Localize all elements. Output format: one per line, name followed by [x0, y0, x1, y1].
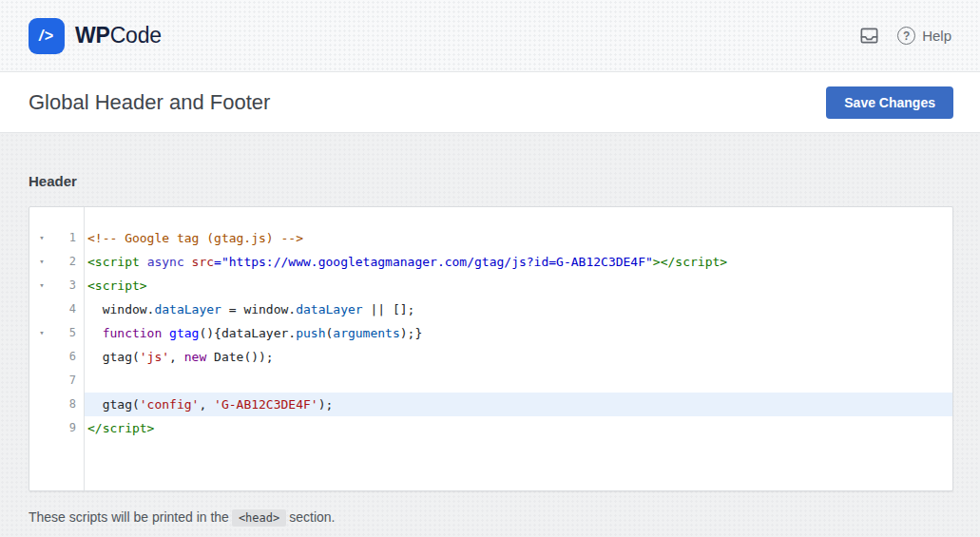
code-token: arguments — [333, 326, 399, 340]
fold-arrow-icon — [29, 393, 54, 416]
code-line-content[interactable]: <script async src="https://www.googletag… — [84, 250, 952, 274]
line-number: 6 — [54, 345, 84, 369]
code-token: gtag( — [87, 397, 140, 412]
code-token: );} — [400, 326, 422, 340]
code-token: Date()); — [206, 350, 273, 364]
code-token: async — [147, 255, 184, 269]
code-line-content[interactable]: window.dataLayer = window.dataLayer || [… — [84, 297, 952, 321]
fold-arrow-icon — [29, 345, 54, 369]
wpcode-logo: /> WPCode — [29, 18, 162, 54]
code-line: ▾1<!-- Google tag (gtag.js) --> — [29, 226, 952, 250]
code-line-content[interactable]: <!-- Google tag (gtag.js) --> — [84, 226, 952, 250]
fold-arrow-icon[interactable]: ▾ — [29, 321, 54, 345]
line-number: 7 — [54, 369, 84, 393]
line-number: 1 — [54, 226, 84, 250]
code-token: function — [103, 326, 163, 340]
code-line-content[interactable]: </script> — [84, 416, 952, 440]
code-line: ▾5 function gtag(){dataLayer.push(argume… — [29, 321, 952, 345]
code-line-content[interactable]: function gtag(){dataLayer.push(arguments… — [84, 321, 952, 345]
help-button[interactable]: ? Help — [897, 27, 951, 45]
gutter-separator — [84, 207, 85, 490]
brand-code: Code — [110, 23, 162, 48]
code-token: new — [184, 350, 206, 364]
code-token: <script> — [87, 278, 147, 293]
code-token: <script — [87, 255, 140, 269]
footer-note-prefix: These scripts will be printed in the — [29, 509, 229, 525]
fold-arrow-icon — [29, 416, 54, 440]
code-line: 7 — [29, 369, 952, 393]
line-number: 9 — [54, 416, 84, 440]
top-bar: /> WPCode ? Help — [0, 0, 980, 72]
code-token: , — [199, 397, 214, 412]
inbox-icon[interactable] — [858, 25, 880, 47]
wpcode-logo-icon: /> — [29, 18, 65, 54]
code-token: = window. — [221, 302, 296, 316]
code-line: 8 gtag('config', 'G-AB12C3DE4F'); — [29, 393, 952, 416]
code-token — [184, 255, 192, 269]
code-token: , — [169, 350, 184, 364]
fold-arrow-icon[interactable]: ▾ — [29, 274, 54, 297]
code-token: ); — [318, 397, 334, 412]
fold-arrow-icon[interactable]: ▾ — [29, 250, 54, 274]
code-token: </script> — [87, 421, 154, 435]
fold-arrow-icon — [29, 369, 54, 393]
wpcode-logo-text: WPCode — [75, 23, 162, 48]
code-line-content[interactable]: <script> — [84, 274, 952, 297]
line-number: 8 — [54, 393, 84, 416]
code-token — [87, 326, 103, 340]
header-code-editor[interactable]: ▾1<!-- Google tag (gtag.js) -->▾2<script… — [29, 206, 953, 491]
code-token: 'G-AB12C3DE4F' — [214, 397, 318, 412]
code-token: ="https://www.googletagmanager.com/gtag/… — [214, 255, 653, 269]
code-token: || []; — [363, 302, 415, 316]
code-slash-icon: /> — [39, 28, 54, 45]
fold-arrow-icon[interactable]: ▾ — [29, 226, 54, 250]
code-line-content[interactable] — [84, 369, 952, 393]
code-lines: ▾1<!-- Google tag (gtag.js) -->▾2<script… — [29, 207, 952, 440]
code-token: src — [192, 255, 214, 269]
code-token: <!-- Google tag (gtag.js) --> — [87, 231, 303, 245]
code-line: 9</script> — [29, 416, 952, 440]
line-number: 3 — [54, 274, 84, 297]
footer-note: These scripts will be printed in the<hea… — [29, 509, 953, 527]
code-line-content[interactable]: gtag('config', 'G-AB12C3DE4F'); — [84, 393, 952, 416]
code-token: dataLayer — [296, 302, 362, 316]
code-token: dataLayer — [154, 302, 221, 316]
line-number: 4 — [54, 297, 84, 321]
question-mark-icon: ? — [897, 27, 915, 45]
code-token: ></script> — [653, 255, 727, 269]
code-token: 'js' — [140, 350, 169, 364]
code-token — [140, 255, 147, 269]
code-line: ▾2<script async src="https://www.googlet… — [29, 250, 952, 274]
page-header: Global Header and Footer Save Changes — [0, 72, 980, 133]
footer-note-suffix: section. — [289, 509, 335, 525]
help-label: Help — [922, 28, 951, 44]
code-line-content[interactable]: gtag('js', new Date()); — [84, 345, 952, 369]
main-content: Header ▾1<!-- Google tag (gtag.js) -->▾2… — [0, 133, 980, 536]
code-line: 6 gtag('js', new Date()); — [29, 345, 952, 369]
head-tag-chip: <head> — [232, 509, 286, 527]
code-token: 'config' — [140, 397, 200, 412]
brand-wp: WP — [75, 23, 110, 48]
code-token: gtag — [169, 326, 199, 340]
line-number: 2 — [54, 250, 84, 274]
save-changes-button[interactable]: Save Changes — [826, 86, 953, 119]
code-line: 4 window.dataLayer = window.dataLayer ||… — [29, 297, 952, 321]
code-line: ▾3<script> — [29, 274, 952, 297]
code-token: push — [296, 326, 325, 340]
code-token: (){dataLayer. — [199, 326, 296, 340]
page-title: Global Header and Footer — [29, 90, 270, 115]
line-number: 5 — [54, 321, 84, 345]
header-section-label: Header — [29, 173, 953, 189]
code-token — [162, 326, 169, 340]
fold-arrow-icon — [29, 297, 54, 321]
code-token: window. — [87, 302, 154, 316]
code-token: gtag( — [87, 350, 140, 364]
